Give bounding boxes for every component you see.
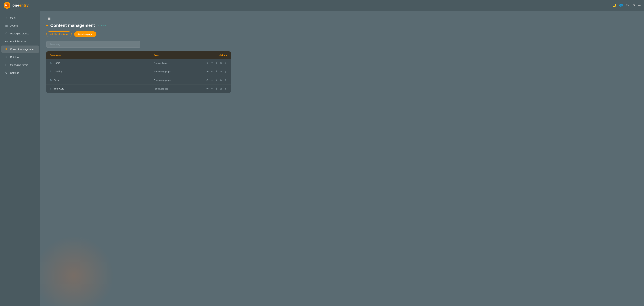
sort-icon: ⇅ (50, 61, 52, 65)
sidebar-item-menu[interactable]: ≡ Menu (1, 14, 39, 21)
blocks-icon: ⧉ (5, 32, 8, 35)
hamburger-row: ☰ (46, 16, 638, 21)
table-row: ⇅ Your Cart For usual page 👁 ✏ ℹ ⧉ 🗑 (46, 84, 231, 93)
actions-cell: 👁 ✏ ℹ ⧉ 🗑 (194, 61, 228, 65)
logo-area: oneentry (3, 2, 29, 9)
search-bar (46, 41, 140, 48)
moon-icon[interactable]: 🌙 (612, 4, 616, 7)
copy-icon[interactable]: ⧉ (219, 61, 222, 65)
view-icon[interactable]: 👁 (206, 78, 209, 82)
catalog-icon: ≣ (5, 55, 8, 59)
col-header-type: Type (154, 54, 194, 56)
sidebar-item-label: Settings (10, 71, 19, 74)
sort-icon: ⇅ (50, 79, 52, 82)
settings-icon[interactable]: ⚙ (632, 4, 635, 7)
topbar-right: 🌙 🌐 EN ⚙ ⇥ (612, 4, 641, 7)
language-selector[interactable]: EN (626, 4, 630, 7)
actions-cell: 👁 ✏ ℹ ⧉ 🗑 (194, 87, 228, 91)
admin-icon: ⊷ (5, 40, 8, 43)
edit-icon[interactable]: ✏ (211, 70, 214, 74)
delete-icon[interactable]: 🗑 (224, 78, 228, 82)
page-title: Content management (50, 23, 95, 28)
settings-icon: ⚙ (5, 71, 8, 74)
table-header: Page name Type Actions (46, 51, 231, 59)
logo-text: oneentry (12, 3, 29, 8)
layout: ≡ Menu ◫ Journal ⧉ Managing blocks ⊷ Adm… (0, 11, 644, 306)
action-buttons: Additional settings Create a page (46, 31, 638, 37)
col-header-page-name: Page name (50, 54, 154, 56)
info-icon[interactable]: ℹ (216, 87, 218, 91)
sidebar-item-label: Managing forms (10, 64, 28, 66)
back-link[interactable]: ← Back (97, 24, 106, 27)
sidebar-item-settings[interactable]: ⚙ Settings (1, 69, 39, 76)
back-label: Back (101, 24, 106, 27)
edit-icon[interactable]: ✏ (211, 78, 214, 82)
table-row: ⇅ Clothing For catalog pages 👁 ✏ ℹ ⧉ 🗑 (46, 67, 231, 76)
sidebar-item-label: Menu (10, 17, 16, 19)
sidebar-item-label: Managing blocks (10, 32, 29, 35)
forms-icon: ⊡ (5, 63, 8, 67)
delete-icon[interactable]: 🗑 (224, 61, 228, 65)
create-page-button[interactable]: Create a page (74, 31, 96, 37)
page-dot (46, 25, 48, 26)
pages-table: Page name Type Actions ⇅ Home For usual … (46, 51, 231, 93)
copy-icon[interactable]: ⧉ (219, 70, 222, 74)
copy-icon[interactable]: ⧉ (219, 87, 222, 91)
content-icon: ⊞ (5, 48, 8, 51)
delete-icon[interactable]: 🗑 (224, 87, 228, 91)
sidebar-item-label: Journal (10, 24, 18, 27)
page-header: Content management ← Back (46, 23, 638, 28)
copy-icon[interactable]: ⧉ (219, 78, 222, 82)
page-name: Clothing (54, 70, 62, 73)
view-icon[interactable]: 👁 (206, 61, 209, 65)
additional-settings-button[interactable]: Additional settings (46, 31, 72, 37)
table-row: ⇅ Home For usual page 👁 ✏ ℹ ⧉ 🗑 (46, 59, 231, 67)
sort-icon: ⇅ (50, 87, 52, 90)
page-name-cell: ⇅ Home (50, 61, 154, 65)
journal-icon: ◫ (5, 24, 8, 27)
page-name: Gear (54, 79, 59, 81)
edit-icon[interactable]: ✏ (211, 87, 214, 91)
hamburger-button[interactable]: ☰ (46, 16, 52, 21)
sidebar-item-label: Catalog (10, 56, 19, 58)
type-cell: For usual page (154, 87, 194, 90)
delete-icon[interactable]: 🗑 (224, 70, 228, 74)
sidebar-item-journal[interactable]: ◫ Journal (1, 22, 39, 29)
page-name-cell: ⇅ Clothing (50, 70, 154, 73)
type-cell: For catalog pages (154, 79, 194, 81)
page-name: Home (54, 62, 60, 64)
svg-point-2 (5, 4, 7, 6)
type-cell: For catalog pages (154, 70, 194, 73)
globe-icon[interactable]: 🌐 (619, 4, 623, 7)
search-input[interactable] (46, 41, 140, 48)
topbar: oneentry 🌙 🌐 EN ⚙ ⇥ (0, 0, 644, 11)
info-icon[interactable]: ℹ (216, 61, 218, 65)
page-name: Your Cart (54, 87, 64, 90)
logout-icon[interactable]: ⇥ (638, 4, 641, 7)
sidebar-item-label: Content management (10, 48, 34, 51)
page-name-cell: ⇅ Gear (50, 79, 154, 82)
actions-cell: 👁 ✏ ℹ ⧉ 🗑 (194, 78, 228, 82)
view-icon[interactable]: 👁 (206, 87, 209, 91)
sidebar-item-managing-blocks[interactable]: ⧉ Managing blocks (1, 30, 39, 37)
sidebar-item-managing-forms[interactable]: ⊡ Managing forms (1, 61, 39, 69)
view-icon[interactable]: 👁 (206, 70, 209, 74)
sidebar-item-content-management[interactable]: ⊞ Content management (1, 46, 39, 53)
back-arrow-icon: ← (97, 24, 100, 27)
sidebar-item-label: Administrators (10, 40, 26, 43)
info-icon[interactable]: ℹ (216, 78, 218, 82)
menu-icon: ≡ (5, 16, 8, 19)
edit-icon[interactable]: ✏ (211, 61, 214, 65)
main-content: ☰ Content management ← Back Additional s… (40, 11, 644, 306)
sidebar: ≡ Menu ◫ Journal ⧉ Managing blocks ⊷ Adm… (0, 11, 40, 306)
logo-icon (3, 2, 11, 9)
table-row: ⇅ Gear For catalog pages 👁 ✏ ℹ ⧉ 🗑 (46, 76, 231, 84)
info-icon[interactable]: ℹ (216, 70, 218, 74)
col-header-actions: Actions (194, 54, 228, 56)
actions-cell: 👁 ✏ ℹ ⧉ 🗑 (194, 70, 228, 74)
type-cell: For usual page (154, 62, 194, 64)
sidebar-item-catalog[interactable]: ≣ Catalog (1, 53, 39, 61)
sort-icon: ⇅ (50, 70, 52, 73)
sidebar-item-administrators[interactable]: ⊷ Administrators (1, 38, 39, 45)
page-name-cell: ⇅ Your Cart (50, 87, 154, 90)
